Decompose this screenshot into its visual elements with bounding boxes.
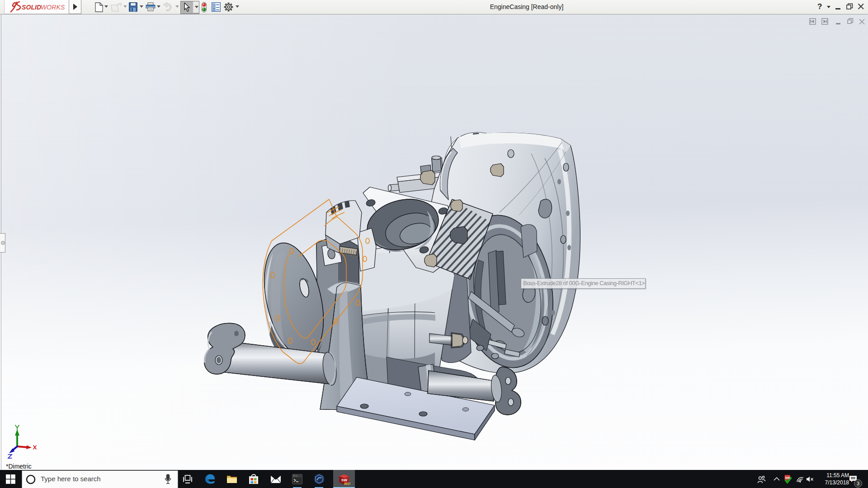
svg-text:WORKS: WORKS bbox=[41, 4, 65, 11]
svg-text:2017: 2017 bbox=[344, 482, 350, 485]
svg-text:?: ? bbox=[817, 2, 822, 11]
svg-text:C:\_: C:\_ bbox=[293, 475, 298, 477]
svg-text:SOLID: SOLID bbox=[22, 4, 41, 11]
